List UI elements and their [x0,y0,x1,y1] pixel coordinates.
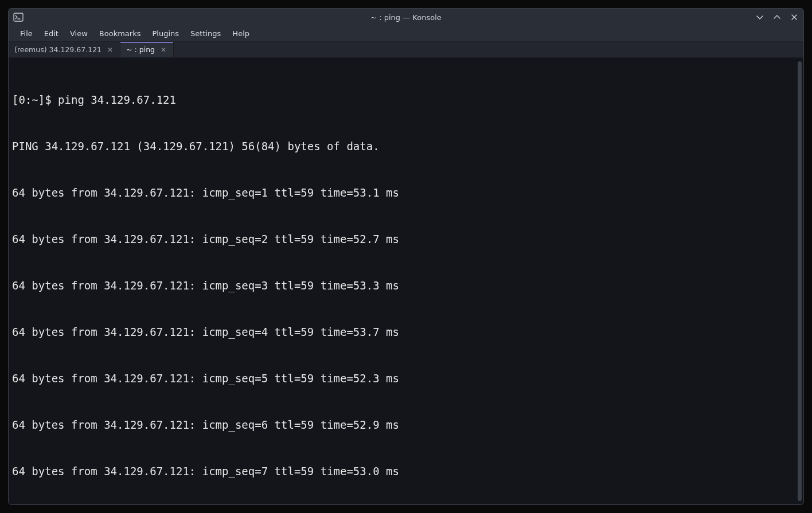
svg-rect-0 [14,13,23,21]
tabbar: (reemus) 34.129.67.121 ✕ ~ : ping ✕ [9,42,803,58]
terminal-app-icon [11,10,26,25]
konsole-window: ~ : ping — Konsole File Edit View Bookma… [8,8,804,505]
ping-reply: 64 bytes from 34.129.67.121: icmp_seq=6 … [12,417,793,433]
menu-settings[interactable]: Settings [185,27,227,40]
menu-view[interactable]: View [64,27,93,40]
menu-help[interactable]: Help [227,27,255,40]
ping-reply: 64 bytes from 34.129.67.121: icmp_seq=2 … [12,232,793,247]
ping-reply: 64 bytes from 34.129.67.121: icmp_seq=7 … [12,464,793,479]
close-icon[interactable]: ✕ [159,46,167,54]
close-icon[interactable]: ✕ [106,46,114,54]
window-title: ~ : ping — Konsole [370,13,442,22]
menu-edit[interactable]: Edit [38,27,64,40]
prompt-line: [0:~]$ ping 34.129.67.121 [12,92,793,108]
menu-file[interactable]: File [14,27,38,40]
tab-label: (reemus) 34.129.67.121 [14,45,102,54]
terminal-area[interactable]: [0:~]$ ping 34.129.67.121 PING 34.129.67… [9,58,803,504]
ping-reply: 64 bytes from 34.129.67.121: icmp_seq=4 … [12,324,793,340]
tab-label: ~ : ping [126,45,155,54]
ping-header: PING 34.129.67.121 (34.129.67.121) 56(84… [12,139,793,154]
tab-2[interactable]: ~ : ping ✕ [120,42,174,57]
ping-reply: 64 bytes from 34.129.67.121: icmp_seq=1 … [12,185,793,201]
terminal-output[interactable]: [0:~]$ ping 34.129.67.121 PING 34.129.67… [12,61,793,501]
scrollbar-thumb[interactable] [798,61,802,501]
ping-reply: 64 bytes from 34.129.67.121: icmp_seq=5 … [12,371,793,386]
maximize-button[interactable] [771,11,783,23]
minimize-button[interactable] [754,11,766,23]
titlebar[interactable]: ~ : ping — Konsole [9,9,803,26]
menu-bookmarks[interactable]: Bookmarks [93,27,147,40]
tab-1[interactable]: (reemus) 34.129.67.121 ✕ [9,42,120,57]
scrollbar[interactable] [798,61,802,501]
close-button[interactable] [788,11,800,23]
menubar: File Edit View Bookmarks Plugins Setting… [9,26,803,42]
window-controls [754,9,800,26]
menu-plugins[interactable]: Plugins [146,27,185,40]
ping-reply: 64 bytes from 34.129.67.121: icmp_seq=3 … [12,278,793,293]
